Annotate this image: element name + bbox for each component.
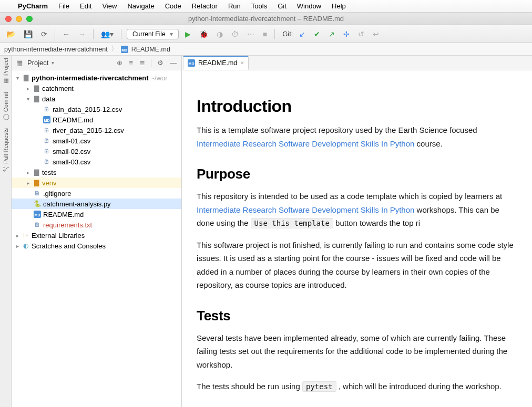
tree-file[interactable]: 🗎river_data_2015-12.csv — [12, 125, 181, 135]
tree-file-requirements[interactable]: 🗎requirements.txt — [12, 220, 181, 230]
chevron-down-icon[interactable]: ▾ — [14, 75, 21, 81]
tree-scratches[interactable]: ▸◐Scratches and Consoles — [12, 241, 181, 251]
code-pytest: pytest — [302, 381, 336, 392]
breadcrumb-project[interactable]: python-intermediate-rivercatchment — [4, 46, 108, 53]
link-course[interactable]: Intermediate Research Software Developme… — [197, 205, 414, 214]
gear-icon[interactable]: ⚙ — [156, 59, 165, 67]
separator — [274, 29, 275, 39]
app-name[interactable]: PyCharm — [18, 2, 48, 10]
readme-preview[interactable]: Introduction This is a template software… — [182, 70, 532, 407]
git-rollback-icon[interactable]: ↺ — [356, 29, 366, 39]
library-icon: ⊪ — [21, 232, 30, 239]
paragraph: This software project is not finished, i… — [197, 238, 517, 292]
run-configuration-dropdown[interactable]: Current File ▾ — [127, 29, 179, 39]
run-with-icon[interactable]: 👥▾ — [99, 29, 116, 39]
file-icon: 🗎 — [42, 137, 52, 144]
menu-file[interactable]: File — [58, 2, 69, 10]
reload-icon[interactable]: ⟳ — [39, 29, 49, 39]
paragraph: Several tests have been implemented alre… — [197, 331, 517, 372]
git-undo-icon[interactable]: ↩ — [371, 29, 381, 39]
tree-file-readme[interactable]: MDREADME.md — [12, 209, 181, 220]
folder-icon: ▇ — [32, 179, 41, 186]
tree-file-analysis[interactable]: 🐍catchment-analysis.py — [12, 199, 181, 209]
run-config-label: Current File — [132, 30, 166, 38]
hide-panel-icon[interactable]: — — [168, 59, 178, 67]
menu-code[interactable]: Code — [165, 2, 181, 10]
minimize-window-icon[interactable] — [16, 16, 22, 22]
menu-window[interactable]: Window — [297, 2, 321, 10]
scratch-icon: ◐ — [21, 242, 30, 249]
tree-folder-tests[interactable]: ▸▇tests — [12, 167, 181, 178]
tree-root[interactable]: ▾ ▇ python-intermediate-rivercatchment ~… — [12, 72, 181, 83]
markdown-file-icon: MD — [42, 116, 52, 123]
chevron-right-icon[interactable]: ▸ — [24, 180, 32, 186]
chevron-right-icon[interactable]: ▸ — [14, 233, 21, 238]
debug-icon[interactable]: 🐞 — [197, 29, 210, 39]
save-icon[interactable]: 💾 — [22, 29, 35, 39]
chevron-right-icon[interactable]: ▸ — [14, 243, 21, 249]
markdown-file-icon: MD — [33, 211, 42, 218]
project-view-icon: ▦ — [15, 59, 24, 67]
breadcrumb-file[interactable]: README.md — [131, 46, 170, 53]
git-commit-icon[interactable]: ✔ — [312, 29, 322, 39]
tree-file[interactable]: 🗎small-03.csv — [12, 156, 181, 167]
close-icon[interactable]: × — [240, 59, 244, 67]
back-icon[interactable]: ← — [60, 29, 72, 39]
menu-view[interactable]: View — [102, 2, 117, 10]
menu-help[interactable]: Help — [332, 2, 346, 10]
tree-external-libraries[interactable]: ▸⊪External Libraries — [12, 230, 181, 241]
chevron-right-icon[interactable]: ▸ — [24, 86, 32, 91]
project-panel-title[interactable]: Project — [27, 59, 48, 67]
chevron-down-icon[interactable]: ▾ — [24, 96, 32, 102]
project-tree[interactable]: ▾ ▇ python-intermediate-rivercatchment ~… — [12, 70, 181, 407]
chevron-right-icon: 〉 — [111, 45, 118, 54]
menu-navigate[interactable]: Navigate — [127, 2, 154, 10]
tool-pull-requests[interactable]: ⎇Pull Requests — [2, 128, 9, 173]
tree-folder-venv[interactable]: ▸▇venv — [12, 178, 181, 188]
link-course[interactable]: Intermediate Research Software Developme… — [197, 139, 414, 148]
coverage-icon[interactable]: ◑ — [214, 29, 225, 39]
stop-icon[interactable]: ■ — [261, 29, 269, 39]
close-window-icon[interactable] — [5, 16, 12, 22]
forward-icon[interactable]: → — [76, 29, 88, 39]
run-icon[interactable]: ▶ — [183, 29, 193, 39]
tree-file[interactable]: 🗎rain_data_2015-12.csv — [12, 104, 181, 114]
more-run-icon[interactable]: ⋯ — [245, 29, 257, 39]
folder-icon: ▇ — [32, 95, 41, 102]
python-file-icon: 🐍 — [33, 200, 42, 207]
zoom-window-icon[interactable] — [26, 16, 33, 22]
menu-edit[interactable]: Edit — [80, 2, 91, 10]
paragraph: This is a template software project repo… — [197, 123, 517, 150]
git-push-icon[interactable]: ↗ — [326, 29, 337, 39]
git-pull-icon[interactable]: ↙ — [297, 29, 308, 39]
tree-file[interactable]: 🗎small-02.csv — [12, 146, 181, 156]
locate-icon[interactable]: ⊕ — [115, 59, 124, 67]
window-titlebar: python-intermediate-rivercatchment – REA… — [0, 13, 532, 25]
menu-run[interactable]: Run — [228, 2, 241, 10]
tool-project[interactable]: ▦Project — [2, 58, 9, 85]
file-icon: 🗎 — [42, 106, 52, 113]
tree-folder-data[interactable]: ▾▇data — [12, 93, 181, 104]
open-icon[interactable]: 📂 — [4, 29, 17, 39]
traffic-lights — [5, 16, 33, 22]
tab-readme[interactable]: MD README.md × — [183, 56, 249, 70]
chevron-right-icon[interactable]: ▸ — [24, 170, 32, 175]
window-title: python-intermediate-rivercatchment – REA… — [4, 15, 528, 23]
tree-folder-catchment[interactable]: ▸▇catchment — [12, 83, 181, 93]
chevron-down-icon[interactable]: ▾ — [52, 60, 54, 66]
menu-git[interactable]: Git — [278, 2, 287, 10]
editor-area: MD README.md × Introduction This is a te… — [182, 56, 532, 407]
git-history-icon[interactable]: ✢ — [341, 29, 352, 39]
tool-commit[interactable]: ◯Commit — [2, 92, 9, 121]
collapse-all-icon[interactable]: ≣ — [138, 59, 147, 67]
menu-refactor[interactable]: Refactor — [192, 2, 218, 10]
file-icon: 🗎 — [42, 158, 52, 165]
expand-all-icon[interactable]: ≡ — [127, 59, 135, 67]
paragraph: The tests should be run using pytest , w… — [197, 380, 517, 393]
tree-file-gitignore[interactable]: 🗎.gitignore — [12, 188, 181, 199]
tree-file[interactable]: MDREADME.md — [12, 114, 181, 125]
menu-tools[interactable]: Tools — [251, 2, 267, 10]
profile-icon[interactable]: ⏱ — [229, 29, 241, 39]
tree-file[interactable]: 🗎small-01.csv — [12, 135, 181, 146]
tree-root-label: python-intermediate-rivercatchment — [30, 74, 149, 82]
